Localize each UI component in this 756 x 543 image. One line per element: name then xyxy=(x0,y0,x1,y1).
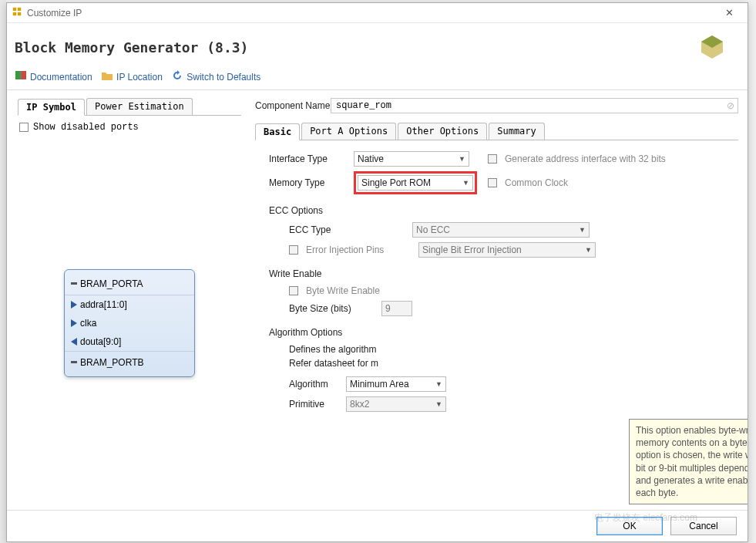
gen-addr32-checkbox xyxy=(488,154,497,164)
tab-other-options[interactable]: Other Options xyxy=(398,123,487,140)
error-injection-pins-checkbox xyxy=(289,245,298,255)
algorithm-section-title: Algorithm Options xyxy=(269,327,734,338)
cancel-button[interactable]: Cancel xyxy=(670,517,737,535)
byte-write-enable-checkbox xyxy=(289,286,298,295)
tab-ip-symbol[interactable]: IP Symbol xyxy=(18,99,85,116)
tab-basic[interactable]: Basic xyxy=(255,123,300,140)
documentation-link[interactable]: Documentation xyxy=(15,70,92,83)
switch-defaults-link[interactable]: Switch to Defaults xyxy=(171,70,260,83)
svg-rect-0 xyxy=(13,8,16,11)
byte-size-value: 9 xyxy=(385,303,391,314)
close-icon[interactable]: ✕ xyxy=(715,4,743,22)
bram-portb-label: BRAM_PORTB xyxy=(80,357,143,368)
ecc-type-select: No ECC▼ xyxy=(412,222,590,238)
ok-button[interactable]: OK xyxy=(596,517,663,535)
chevron-down-icon: ▼ xyxy=(459,155,465,163)
chevron-down-icon: ▼ xyxy=(435,380,442,388)
show-disabled-ports-label: Show disabled ports xyxy=(33,122,139,133)
primitive-label: Primitive xyxy=(289,399,346,410)
write-enable-section-title: Write Enable xyxy=(269,268,734,279)
show-disabled-ports-checkbox[interactable] xyxy=(19,123,29,132)
byte-size-select: 9 xyxy=(381,301,412,316)
component-name-label: Component Name xyxy=(255,100,331,111)
right-pane: Component Name square_rom ⊘ Basic Port A… xyxy=(255,98,738,507)
bram-porta-label: BRAM_PORTA xyxy=(80,278,143,289)
ecc-section-title: ECC Options xyxy=(269,205,734,216)
common-clock-checkbox xyxy=(488,178,497,187)
customize-ip-window: Customize IP ✕ Block Memory Generator (8… xyxy=(6,2,748,542)
ecc-type-label: ECC Type xyxy=(289,224,412,235)
clear-icon[interactable]: ⊘ xyxy=(727,100,734,111)
error-injection-pins-label: Error Injection Pins xyxy=(306,245,418,255)
algorithm-select[interactable]: Minimum Area▼ xyxy=(346,376,446,392)
chevron-down-icon: ▼ xyxy=(579,226,586,234)
memory-type-label: Memory Type xyxy=(269,177,354,188)
interface-type-value: Native xyxy=(358,153,384,164)
chevron-down-icon: ▼ xyxy=(585,246,592,254)
interface-type-select[interactable]: Native▼ xyxy=(354,151,469,167)
documentation-label: Documentation xyxy=(30,72,92,83)
switch-defaults-label: Switch to Defaults xyxy=(186,72,260,83)
tab-summary[interactable]: Summary xyxy=(489,123,545,140)
algorithm-label: Algorithm xyxy=(289,379,346,390)
memory-type-select[interactable]: Single Port ROM▼ xyxy=(358,175,473,191)
byte-write-tooltip: This option enables byte-writes, which u… xyxy=(629,419,748,504)
memory-type-highlight: Single Port ROM▼ xyxy=(354,171,477,194)
svg-rect-3 xyxy=(18,12,21,15)
tab-power-estimation[interactable]: Power Estimation xyxy=(86,98,193,115)
svg-rect-2 xyxy=(13,12,16,15)
tab-porta-options[interactable]: Port A Options xyxy=(301,123,396,140)
error-injection-value: Single Bit Error Injection xyxy=(422,245,522,255)
ip-symbol-diagram: BRAM_PORTA addra[11:0] clka douta[9:0] B… xyxy=(64,269,195,377)
algorithm-value: Minimum Area xyxy=(350,379,409,390)
svg-rect-6 xyxy=(20,71,22,79)
gen-addr32-label: Generate address interface with 32 bits xyxy=(505,153,666,164)
ip-title: Block Memory Generator (8.3) xyxy=(15,39,248,56)
port-douta: douta[9:0] xyxy=(80,336,121,347)
dialog-header: Block Memory Generator (8.3) xyxy=(7,23,748,67)
chevron-down-icon: ▼ xyxy=(435,400,442,408)
folder-icon xyxy=(101,70,113,83)
primitive-value: 8kx2 xyxy=(350,399,369,410)
refresh-icon xyxy=(171,70,183,83)
error-injection-select: Single Bit Error Injection▼ xyxy=(418,242,596,258)
window-titlebar: Customize IP ✕ xyxy=(7,3,748,23)
book-icon xyxy=(15,70,27,83)
dialog-footer: OK Cancel xyxy=(7,510,748,541)
dialog-toolbar: Documentation IP Location Switch to Defa… xyxy=(7,67,748,90)
ip-location-link[interactable]: IP Location xyxy=(101,70,163,83)
byte-size-label: Byte Size (bits) xyxy=(289,303,381,314)
algorithm-desc2: Refer datasheet for m xyxy=(289,358,734,369)
app-icon xyxy=(12,6,22,19)
algorithm-desc1: Defines the algorithm xyxy=(289,344,734,355)
byte-write-enable-label: Byte Write Enable xyxy=(306,285,380,296)
vendor-logo-icon xyxy=(700,34,724,61)
component-name-value: square_rom xyxy=(336,100,391,111)
component-name-input[interactable]: square_rom ⊘ xyxy=(331,98,738,113)
left-pane: IP Symbol Power Estimation Show disabled… xyxy=(18,98,241,507)
port-clka: clka xyxy=(80,318,96,329)
port-addra: addra[11:0] xyxy=(80,299,127,310)
memory-type-value: Single Port ROM xyxy=(361,177,431,188)
ip-location-label: IP Location xyxy=(116,72,163,83)
window-title: Customize IP xyxy=(27,8,82,19)
common-clock-label: Common Clock xyxy=(505,177,568,188)
ecc-type-value: No ECC xyxy=(416,224,450,235)
chevron-down-icon: ▼ xyxy=(462,179,469,187)
svg-rect-1 xyxy=(18,8,21,11)
primitive-select: 8kx2▼ xyxy=(346,396,446,412)
interface-type-label: Interface Type xyxy=(269,153,354,164)
